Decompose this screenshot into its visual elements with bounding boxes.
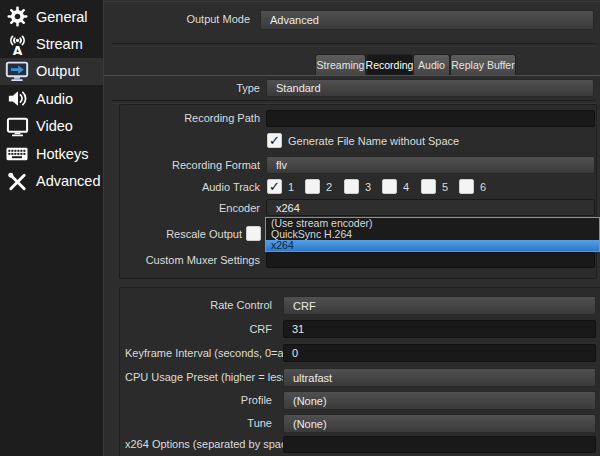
keyframe-interval-label: Keyframe Interval (seconds, 0=auto) xyxy=(125,347,272,360)
type-select[interactable]: Standard xyxy=(266,79,594,97)
rate-control-value: CRF xyxy=(293,300,316,312)
encoder-option-quicksync[interactable]: QuickSync H.264 xyxy=(266,229,599,240)
sidebar-item-label: Video xyxy=(36,118,73,134)
content-top-edge xyxy=(104,1,600,2)
custom-muxer-label: Custom Muxer Settings xyxy=(104,254,260,267)
encoder-value: x264 xyxy=(276,202,300,214)
tune-label: Tune xyxy=(125,417,272,430)
sidebar-item-label: General xyxy=(36,9,88,25)
settings-sidebar: General A Stream xyxy=(0,0,103,456)
svg-text:A: A xyxy=(12,42,22,55)
audio-track-2-label: 2 xyxy=(326,181,332,194)
sidebar-item-label: Hotkeys xyxy=(36,146,88,162)
audio-track-4-checkbox[interactable] xyxy=(382,179,397,194)
x264-options-label: x264 Options (separated by space) xyxy=(125,438,272,451)
encoder-label: Encoder xyxy=(104,202,260,215)
audio-track-label: Audio Track xyxy=(104,181,260,194)
speaker-icon xyxy=(4,87,30,111)
rescale-output-checkbox[interactable] xyxy=(246,226,261,241)
tab-streaming[interactable]: Streaming xyxy=(315,54,366,75)
keyboard-icon xyxy=(4,142,30,166)
output-mode-label: Output Mode xyxy=(104,13,250,26)
rescale-output-label: Rescale Output xyxy=(104,228,242,241)
encoder-option-use-stream-encoder[interactable]: (Use stream encoder) xyxy=(266,218,599,229)
recording-format-label: Recording Format xyxy=(104,159,260,172)
profile-value: (None) xyxy=(293,395,327,407)
custom-muxer-input[interactable] xyxy=(266,252,595,268)
generate-filename-checkbox[interactable]: ✓ xyxy=(267,133,282,148)
type-label: Type xyxy=(104,82,260,95)
section-divider xyxy=(112,43,596,47)
tab-audio[interactable]: Audio xyxy=(413,54,450,75)
tab-recording[interactable]: Recording xyxy=(366,54,413,75)
monitor-arrow-icon xyxy=(4,59,30,83)
audio-track-1-checkbox[interactable]: ✓ xyxy=(267,179,282,194)
audio-track-6-checkbox[interactable] xyxy=(459,179,474,194)
keyframe-interval-input[interactable]: 0 xyxy=(283,344,596,362)
obs-settings-output-page: { "glyphs": { "check": "✓" }, "colors": … xyxy=(0,0,600,456)
cpu-usage-preset-value: ultrafast xyxy=(293,372,332,384)
audio-track-4-label: 4 xyxy=(403,181,409,194)
sidebar-item-video[interactable]: Video xyxy=(0,113,103,140)
output-mode-select[interactable]: Advanced xyxy=(260,10,594,30)
profile-select[interactable]: (None) xyxy=(283,391,596,410)
sidebar-item-advanced[interactable]: Advanced xyxy=(0,167,103,194)
sidebar-item-label: Stream xyxy=(36,36,83,52)
broadcast-icon: A xyxy=(4,32,30,56)
sidebar-item-label: Audio xyxy=(36,91,73,107)
sidebar-item-label: Advanced xyxy=(36,173,101,189)
crf-label: CRF xyxy=(125,323,272,336)
sidebar-item-hotkeys[interactable]: Hotkeys xyxy=(0,140,103,167)
recording-format-value: flv xyxy=(276,159,287,171)
x264-options-input[interactable] xyxy=(283,436,596,453)
encoder-option-x264[interactable]: x264 xyxy=(266,240,599,251)
recording-format-select[interactable]: flv xyxy=(266,156,595,174)
generate-filename-label: Generate File Name without Space xyxy=(288,135,508,148)
sidebar-item-output[interactable]: Output xyxy=(0,58,103,85)
recording-path-input[interactable] xyxy=(266,110,595,127)
audio-track-6-label: 6 xyxy=(480,181,486,194)
rate-control-label: Rate Control xyxy=(125,299,272,312)
output-mode-value: Advanced xyxy=(270,14,319,26)
cpu-usage-preset-label: CPU Usage Preset (higher = less CPU) xyxy=(125,371,272,384)
encoder-select[interactable]: x264 xyxy=(266,199,595,216)
tune-select[interactable]: (None) xyxy=(283,414,596,433)
tune-value: (None) xyxy=(293,418,327,430)
rate-control-select[interactable]: CRF xyxy=(283,296,596,315)
audio-track-3-label: 3 xyxy=(365,181,371,194)
sidebar-item-stream[interactable]: A Stream xyxy=(0,30,103,57)
encoder-dropdown-list: (Use stream encoder) QuickSync H.264 x26… xyxy=(265,217,600,252)
audio-track-3-checkbox[interactable] xyxy=(344,179,359,194)
tab-replay-buffer[interactable]: Replay Buffer xyxy=(450,54,516,75)
tools-icon xyxy=(4,169,30,193)
audio-track-5-label: 5 xyxy=(442,181,448,194)
sidebar-item-label: Output xyxy=(36,63,80,79)
type-value: Standard xyxy=(276,82,321,94)
audio-track-5-checkbox[interactable] xyxy=(421,179,436,194)
tabbar-baseline xyxy=(104,75,600,76)
sidebar-item-audio[interactable]: Audio xyxy=(0,85,103,112)
gear-icon xyxy=(4,5,30,29)
sidebar-item-general[interactable]: General xyxy=(0,3,103,30)
recording-path-label: Recording Path xyxy=(104,112,260,125)
cpu-usage-preset-select[interactable]: ultrafast xyxy=(283,368,596,387)
monitor-icon xyxy=(4,114,30,138)
crf-input[interactable]: 31 xyxy=(283,320,596,338)
audio-track-1-label: 1 xyxy=(288,181,294,194)
profile-label: Profile xyxy=(125,394,272,407)
audio-track-2-checkbox[interactable] xyxy=(305,179,320,194)
